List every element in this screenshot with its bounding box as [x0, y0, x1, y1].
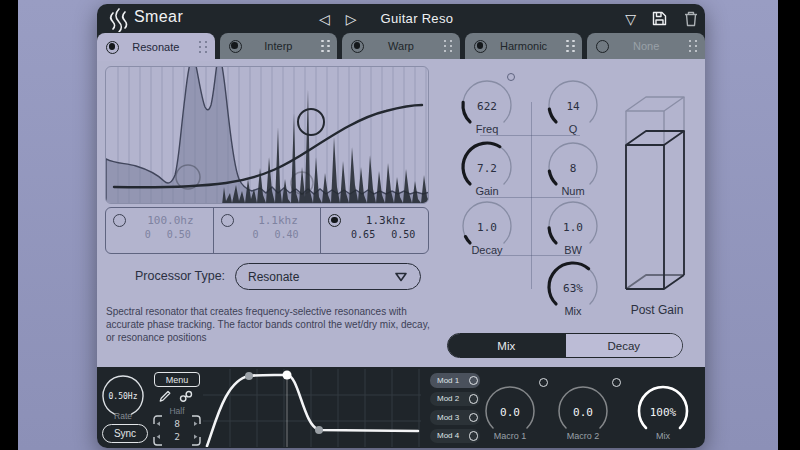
band-1[interactable]: 100.0hz 00.50: [106, 208, 213, 253]
drag-handle-icon[interactable]: [566, 40, 575, 52]
processor-description: Spectral resonator that creates frequenc…: [106, 305, 436, 344]
knob-q-label: Q: [545, 123, 601, 135]
spectrum-live: [222, 89, 429, 204]
tab-none-radio[interactable]: [596, 40, 609, 53]
tab-resonate[interactable]: Resonate: [97, 33, 215, 61]
title-bar: Smear ◁ ▷ Guitar Reso ▽: [97, 4, 705, 33]
tab-none[interactable]: None: [587, 33, 705, 59]
step-denominator[interactable]: 2: [153, 431, 201, 442]
title-bar-actions: ▽: [625, 4, 699, 33]
mode-decay-button[interactable]: Decay: [565, 334, 683, 357]
ratio-stepper[interactable]: 8 2: [153, 415, 201, 446]
macro-1-value: 0.0: [482, 406, 538, 419]
knob-num-value: 8: [545, 162, 601, 175]
rate-label: Rate: [99, 411, 147, 421]
trash-icon[interactable]: [683, 10, 699, 27]
post-gain-meter[interactable]: [620, 85, 692, 301]
save-icon[interactable]: [651, 10, 668, 27]
processor-type-label: Processor Type:: [135, 269, 225, 283]
knob-gain-value: 7.2: [459, 162, 515, 175]
band-1-freq: 100.0hz: [132, 214, 209, 227]
menu-button[interactable]: Menu: [154, 372, 200, 387]
mod-slot-4-ring[interactable]: [469, 431, 479, 441]
spectrum-display[interactable]: [105, 66, 429, 204]
preset-name[interactable]: Guitar Reso: [381, 11, 454, 26]
macro-2-value: 0.0: [555, 406, 611, 419]
band-2-radio[interactable]: [221, 214, 234, 227]
tab-interp-radio[interactable]: [229, 40, 242, 53]
knob-bw-label: BW: [545, 244, 601, 256]
band-selectors: 100.0hz 00.50 1.1khz 00.40 1.3khz: [105, 207, 429, 254]
post-gain-label: Post Gain: [607, 303, 707, 317]
lfo-node: [245, 372, 253, 380]
rate-knob-value: 0.50Hz: [99, 392, 147, 401]
edit-pencil-icon[interactable]: [158, 390, 171, 403]
knob-decay-value: 1.0: [459, 221, 515, 234]
prev-preset-button[interactable]: ◁: [319, 12, 330, 26]
divider: [531, 102, 532, 289]
knob-decay-label: Decay: [459, 244, 515, 256]
processor-type-row: Processor Type: Resonate: [97, 263, 437, 290]
lfo-shape-editor[interactable]: [203, 369, 421, 447]
mod-indicator-ring[interactable]: [507, 73, 515, 81]
band-3[interactable]: 1.3khz 0.650.50: [320, 208, 428, 253]
preset-nav: ◁ ▷ Guitar Reso: [319, 4, 453, 33]
macro-2-label: Macro 2: [551, 431, 615, 441]
tab-warp[interactable]: Warp: [342, 33, 460, 59]
tab-interp[interactable]: Interp: [220, 33, 338, 59]
next-preset-button[interactable]: ▷: [346, 12, 357, 26]
tab-warp-radio[interactable]: [351, 40, 364, 53]
mod-indicator-ring[interactable]: [539, 378, 548, 387]
band-3-radio[interactable]: [328, 214, 341, 227]
sync-button[interactable]: Sync: [102, 424, 148, 443]
drag-handle-icon[interactable]: [689, 40, 698, 52]
tab-harmonic[interactable]: Harmonic: [465, 33, 583, 59]
tab-harmonic-radio[interactable]: [474, 40, 487, 53]
processor-tabs: Resonate Interp Warp Harmonic None: [97, 33, 705, 59]
knob-mix-label: Mix: [545, 305, 601, 317]
factor-mode-toggle: Mix Decay: [447, 333, 683, 358]
drag-handle-icon[interactable]: [444, 40, 453, 52]
app-title: Smear: [134, 8, 183, 26]
band-2-freq: 1.1khz: [240, 214, 317, 227]
plugin-window: Smear ◁ ▷ Guitar Reso ▽: [97, 4, 705, 448]
macro-1-label: Macro 1: [478, 431, 542, 441]
knob-mix-value: 63%: [545, 282, 601, 295]
drag-handle-icon[interactable]: [321, 40, 330, 52]
knob-freq-label: Freq: [459, 123, 515, 135]
band-3-freq: 1.3khz: [347, 214, 424, 227]
mod-slot-3[interactable]: Mod 3: [430, 410, 480, 425]
mod-slot-1[interactable]: Mod 1: [430, 373, 480, 388]
lfo-node-selected: [283, 371, 292, 380]
mod-indicator-ring[interactable]: [612, 378, 621, 387]
mod-slot-1-ring[interactable]: [469, 376, 479, 386]
band-2[interactable]: 1.1khz 00.40: [213, 208, 321, 253]
smear-logo-icon: [107, 6, 131, 32]
mod-slot-4[interactable]: Mod 4: [430, 429, 480, 444]
drag-handle-icon[interactable]: [199, 41, 208, 53]
output-mix-value: 100%: [635, 406, 691, 419]
processor-type-select[interactable]: Resonate: [235, 263, 421, 290]
processor-type-value: Resonate: [248, 270, 299, 284]
lfo-node: [315, 426, 323, 434]
knob-num-label: Num: [545, 185, 601, 197]
band-handle: [298, 109, 324, 135]
band-2-values: 00.40: [221, 229, 317, 240]
output-mix-label: Mix: [631, 431, 695, 441]
band-3-values: 0.650.50: [328, 229, 424, 240]
mode-mix-button[interactable]: Mix: [448, 334, 565, 357]
main-panel: 100.0hz 00.50 1.1khz 00.40 1.3khz: [97, 59, 705, 367]
link-icon[interactable]: [179, 390, 193, 403]
knob-q-value: 14: [545, 100, 601, 113]
knob-bw-value: 1.0: [545, 221, 601, 234]
mod-slot-2[interactable]: Mod 2: [430, 392, 480, 407]
mod-slot-3-ring[interactable]: [469, 413, 479, 423]
band-1-values: 00.50: [113, 229, 209, 240]
mod-slot-2-ring[interactable]: [469, 394, 479, 404]
tab-resonate-radio[interactable]: [106, 41, 119, 54]
chevron-down-icon: [394, 272, 408, 282]
band-1-radio[interactable]: [113, 214, 126, 227]
modulation-bar: 0.50Hz Rate Sync Menu Half: [97, 367, 705, 448]
preset-menu-icon[interactable]: ▽: [625, 12, 636, 26]
step-numerator[interactable]: 8: [153, 418, 201, 429]
